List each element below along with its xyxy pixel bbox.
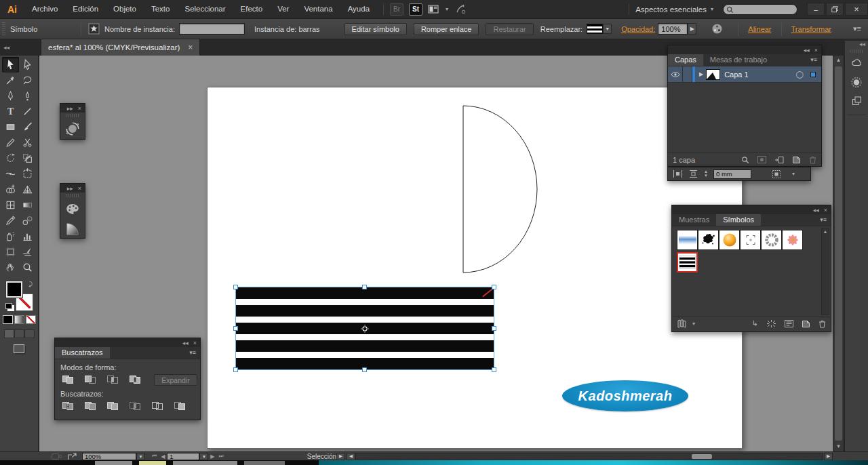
- exclude-icon[interactable]: [127, 373, 142, 386]
- tab-capas[interactable]: Capas: [668, 54, 703, 66]
- symbol-swatch-barras[interactable]: [677, 252, 698, 272]
- break-link-symbol-icon[interactable]: [766, 319, 776, 328]
- break-link-button[interactable]: Romper enlace: [414, 23, 479, 35]
- magic-wand-tool[interactable]: [2, 73, 19, 88]
- minus-front-icon[interactable]: [83, 373, 98, 386]
- lasso-tool[interactable]: [19, 73, 36, 88]
- menu-item-texto[interactable]: Texto: [144, 0, 178, 18]
- selection-indicator[interactable]: [810, 72, 816, 77]
- creative-cloud-icon[interactable]: [845, 54, 868, 73]
- panel-menu-icon[interactable]: ▾≡: [853, 24, 861, 33]
- selection-tool[interactable]: [2, 57, 19, 73]
- scale-tool[interactable]: [19, 150, 36, 166]
- hand-tool[interactable]: [2, 260, 19, 275]
- close-button[interactable]: ×: [845, 3, 868, 16]
- libraries-icon[interactable]: [845, 92, 868, 110]
- blend-tool[interactable]: [19, 213, 36, 228]
- menu-item-seleccionar[interactable]: Seleccionar: [177, 0, 233, 18]
- delete-layer-icon[interactable]: [809, 156, 816, 164]
- selection-handle[interactable]: [233, 367, 238, 372]
- dock-arrows-icon[interactable]: ▸▸: [67, 105, 73, 112]
- visibility-eye-icon[interactable]: [668, 66, 683, 82]
- kadoshmerah-logo[interactable]: Kadoshmerah: [562, 380, 688, 411]
- paintbrush-tool[interactable]: [19, 119, 36, 135]
- opacity-link[interactable]: Opacidad:: [621, 25, 655, 33]
- mesh-tool[interactable]: [2, 197, 19, 213]
- shape-builder-tool[interactable]: [2, 182, 19, 197]
- gradient-button[interactable]: [14, 315, 24, 324]
- restore-button[interactable]: [826, 3, 844, 16]
- opacity-input[interactable]: [658, 23, 688, 35]
- width-tool[interactable]: [2, 166, 19, 182]
- symbol-swatch-salpicaduradetinta[interactable]: [698, 230, 719, 250]
- default-fill-stroke-icon[interactable]: [5, 303, 12, 309]
- reset-button[interactable]: Restaurar: [486, 23, 533, 35]
- menu-item-ayuda[interactable]: Ayuda: [340, 0, 377, 18]
- spacing-value-input[interactable]: [713, 169, 751, 179]
- target-circle-icon[interactable]: ◯: [796, 70, 804, 78]
- new-symbol-icon[interactable]: [802, 320, 810, 328]
- free-transform-tool[interactable]: [19, 166, 36, 182]
- expand-panels-icon[interactable]: ◂◂: [845, 41, 868, 49]
- type-tool[interactable]: T: [2, 104, 19, 119]
- panel-menu-icon[interactable]: ▾≡: [806, 54, 821, 66]
- stock-icon[interactable]: St: [409, 3, 422, 16]
- sphere-tool-icon[interactable]: [60, 119, 85, 139]
- transform-link[interactable]: Transformar: [791, 25, 832, 33]
- barras-symbol-instance[interactable]: [236, 287, 494, 369]
- selection-handle[interactable]: [492, 285, 496, 289]
- expand-triangle-icon[interactable]: ▶: [699, 71, 703, 77]
- direct-selection-tool[interactable]: [19, 57, 36, 73]
- close-icon[interactable]: ×: [824, 207, 827, 214]
- semicircle-path[interactable]: [462, 104, 539, 274]
- place-symbol-icon[interactable]: ↳: [752, 319, 758, 328]
- unite-icon[interactable]: [60, 373, 75, 386]
- collapse-icon[interactable]: ◂◂: [804, 47, 810, 54]
- distribute-hspace-icon[interactable]: [673, 169, 683, 178]
- last-artboard-icon[interactable]: ⏭: [219, 453, 224, 460]
- align-to-icon[interactable]: [772, 169, 783, 179]
- symbol-swatch-anillo[interactable]: [761, 230, 782, 250]
- scrollbar-thumb[interactable]: [835, 66, 842, 441]
- color-button[interactable]: [3, 315, 13, 324]
- panel-grip[interactable]: [2, 22, 5, 36]
- symbol-swatch-flor[interactable]: [782, 230, 803, 250]
- close-tab-icon[interactable]: ×: [188, 44, 193, 51]
- export-icon[interactable]: [68, 453, 77, 460]
- perspective-grid-tool[interactable]: [19, 182, 36, 197]
- scissors-tool[interactable]: [19, 135, 36, 150]
- scroll-up-icon[interactable]: ▲: [833, 56, 844, 65]
- divide-icon[interactable]: [60, 400, 75, 412]
- swap-fill-stroke-icon[interactable]: ⤸: [29, 281, 33, 288]
- pen-tool[interactable]: [2, 88, 19, 104]
- selection-handle[interactable]: [362, 285, 367, 289]
- replace-symbol-dropdown[interactable]: ▼: [587, 24, 612, 34]
- symbol-libraries-icon[interactable]: ▾: [677, 319, 695, 328]
- first-artboard-icon[interactable]: ⏮: [152, 453, 157, 460]
- layer-name[interactable]: Capa 1: [724, 70, 748, 79]
- scrollbar-thumb[interactable]: [692, 454, 712, 459]
- selection-handle[interactable]: [233, 285, 238, 289]
- edit-symbol-button[interactable]: Editar símbolo: [344, 23, 407, 35]
- symbol-sprayer-tool[interactable]: [2, 228, 19, 244]
- layer-thumbnail[interactable]: [706, 69, 720, 80]
- layer-row[interactable]: ▶ Capa 1 ◯: [668, 66, 821, 83]
- menu-item-archivo[interactable]: Archivo: [24, 0, 65, 18]
- intersect-icon[interactable]: [105, 373, 120, 386]
- delete-symbol-icon[interactable]: [818, 320, 826, 328]
- collapse-icon[interactable]: ◂◂: [813, 207, 819, 214]
- lock-cell[interactable]: [683, 66, 692, 82]
- outline-icon[interactable]: [150, 400, 165, 412]
- gradient-tool[interactable]: [19, 197, 36, 213]
- collapse-icon[interactable]: ◂◂: [182, 340, 189, 346]
- workspace-switcher[interactable]: Aspectos esenciales ▾: [635, 5, 713, 14]
- screen-mode-button[interactable]: [14, 344, 24, 353]
- symbol-swatch-orbenaranja[interactable]: [719, 230, 740, 250]
- search-input[interactable]: [736, 5, 794, 14]
- new-sublayer-icon[interactable]: [774, 156, 784, 164]
- rotate-tool[interactable]: [2, 150, 19, 166]
- share-icon[interactable]: [455, 4, 466, 14]
- tab-simbolos[interactable]: Símbolos: [716, 214, 761, 226]
- prev-artboard-icon[interactable]: ◀: [161, 453, 165, 460]
- tab-muestras[interactable]: Muestras: [672, 214, 716, 226]
